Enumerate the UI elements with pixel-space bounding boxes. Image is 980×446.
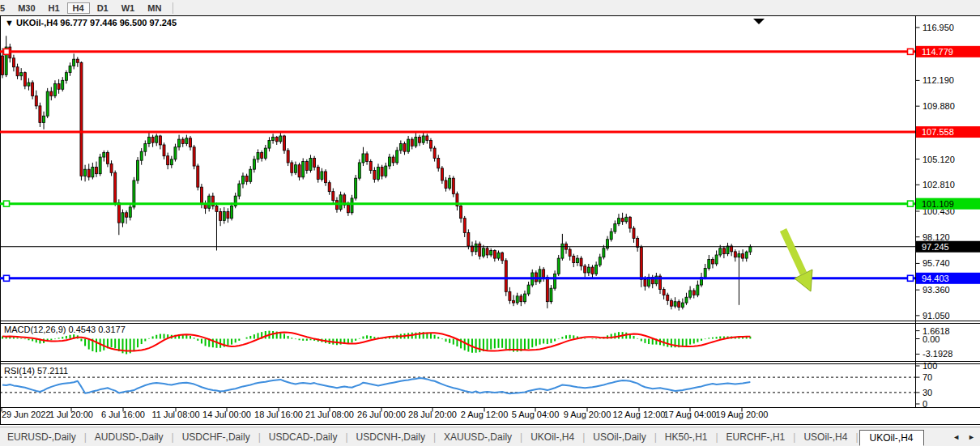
tab-xauusd-daily-5[interactable]: XAUUSD-,Daily xyxy=(437,429,519,445)
candle-body xyxy=(490,250,492,254)
candle-body xyxy=(449,178,451,188)
candle-body xyxy=(253,159,255,169)
time-tick-label: 26 Jul 00:00 xyxy=(357,410,406,419)
time-tick-label: 28 Jul 20:00 xyxy=(408,410,457,419)
rsi-axis[interactable]: 10070300 xyxy=(916,361,937,409)
candle-body xyxy=(554,274,556,288)
candle-body xyxy=(117,202,120,223)
tab-usdcnh-daily-4[interactable]: USDCNH-,Daily xyxy=(349,429,432,445)
candle-body xyxy=(678,302,680,308)
candle-body xyxy=(689,291,692,297)
candle-body xyxy=(76,59,79,62)
candle-body xyxy=(667,295,669,300)
candle-body xyxy=(283,136,286,151)
hline-handle[interactable] xyxy=(4,275,10,281)
timeframe-button-5[interactable]: 5 xyxy=(0,2,11,14)
candle-body xyxy=(437,158,440,168)
candle-body xyxy=(272,137,275,140)
time-tick-label: 6 Jul 16:00 xyxy=(101,410,145,419)
candle-body xyxy=(12,58,15,67)
time-tick-label: 1 Jul 20:00 xyxy=(49,410,93,419)
candle-body xyxy=(264,148,266,158)
candle-body xyxy=(268,140,271,148)
candle-body xyxy=(569,249,571,256)
candle-body xyxy=(325,172,327,183)
hline-handle[interactable] xyxy=(4,49,10,54)
tab-scroll-right-icon[interactable]: ► xyxy=(968,433,975,441)
candle-body xyxy=(674,302,676,306)
hline-handle[interactable] xyxy=(908,275,914,281)
tab-usoil-daily-7[interactable]: USOil-,Daily xyxy=(586,429,653,445)
tab-ukoil-h4-6[interactable]: UKOil-,H4 xyxy=(523,429,582,445)
candle-body xyxy=(377,167,380,179)
candle-body xyxy=(43,116,45,122)
candle-body xyxy=(573,256,575,262)
tab-hk50-h1-8[interactable]: HK50-,H1 xyxy=(658,429,715,445)
candle-body xyxy=(422,136,424,142)
candle-body xyxy=(137,160,139,181)
time-axis[interactable]: 29 Jun 20221 Jul 20:006 Jul 16:0011 Jul … xyxy=(2,408,768,419)
candle-body xyxy=(121,213,124,223)
candle-body xyxy=(46,91,49,116)
symbol-tab-bar: EURUSD-,Daily|AUDUSD-,Daily|USDCHF-,Dail… xyxy=(0,427,980,446)
candle-body xyxy=(50,91,53,96)
tab-ukoil-h4-11[interactable]: UKOil-,H4 xyxy=(859,430,924,446)
rsi-tick-label: 30 xyxy=(922,388,932,397)
candle-body xyxy=(106,153,109,164)
candle-body xyxy=(275,137,278,141)
tab-eurusd-daily-0[interactable]: EURUSD-,Daily xyxy=(0,429,83,445)
timeframe-button-m30[interactable]: M30 xyxy=(12,2,40,14)
candle-body xyxy=(501,253,504,261)
timeframe-button-w1[interactable]: W1 xyxy=(116,2,141,14)
hline-handle[interactable] xyxy=(908,49,914,54)
candle-body xyxy=(215,206,218,212)
timeframe-button-d1[interactable]: D1 xyxy=(92,2,114,14)
annotation-arrow-icon[interactable] xyxy=(783,230,812,291)
candle-body xyxy=(366,154,369,162)
tab-usdchf-daily-2[interactable]: USDCHF-,Daily xyxy=(175,429,258,445)
macd-axis[interactable]: 1.66180.00-3.1928 xyxy=(916,326,952,359)
candle-body xyxy=(126,213,128,217)
candle-body xyxy=(543,270,545,278)
tab-audusd-daily-1[interactable]: AUDUSD-,Daily xyxy=(87,429,171,445)
candle-body xyxy=(640,247,642,279)
candle-body xyxy=(200,187,202,204)
candle-body xyxy=(355,178,357,198)
candle-body xyxy=(452,178,454,193)
candle-body xyxy=(151,137,154,142)
candle-body xyxy=(633,228,635,238)
tab-scroll-left-icon[interactable]: ◄ xyxy=(952,433,960,441)
hline-handle[interactable] xyxy=(4,201,10,206)
candle-body xyxy=(429,140,432,148)
candle-body xyxy=(595,265,598,274)
candle-body xyxy=(681,303,684,307)
candle-body xyxy=(287,151,289,163)
time-tick-label: 21 Jul 08:00 xyxy=(305,410,354,419)
hline-handle[interactable] xyxy=(908,201,914,206)
candle-body xyxy=(58,83,60,89)
timeframe-button-mn[interactable]: MN xyxy=(142,2,167,14)
candle-body xyxy=(245,176,248,181)
candlesticks xyxy=(2,36,752,310)
candle-body xyxy=(114,172,117,202)
tab-eurchf-h1-9[interactable]: EURCHF-,H1 xyxy=(719,429,793,445)
candle-body xyxy=(509,291,511,300)
macd-tick-label: -3.1928 xyxy=(922,349,952,359)
tab-usoil-h4-10[interactable]: USOil-,H4 xyxy=(796,429,854,445)
candle-body xyxy=(249,169,252,181)
candle-body xyxy=(103,153,105,157)
candle-body xyxy=(190,138,192,147)
timeframe-button-h1[interactable]: H1 xyxy=(43,2,66,14)
candle-body xyxy=(637,238,639,247)
candle-body xyxy=(704,268,706,277)
candle-body xyxy=(231,206,233,219)
candle-body xyxy=(433,148,436,158)
timeframe-button-h4[interactable]: H4 xyxy=(67,2,90,14)
toolbar-separator xyxy=(173,2,173,14)
candle-body xyxy=(298,165,300,177)
candle-body xyxy=(407,139,410,151)
chart-canvas[interactable]: 116.950112.190109.880105.120102.810100.4… xyxy=(0,15,980,427)
price-badge-label: 97.245 xyxy=(922,242,949,252)
candle-body xyxy=(715,255,718,264)
tab-usdcad-daily-3[interactable]: USDCAD-,Daily xyxy=(262,429,345,445)
